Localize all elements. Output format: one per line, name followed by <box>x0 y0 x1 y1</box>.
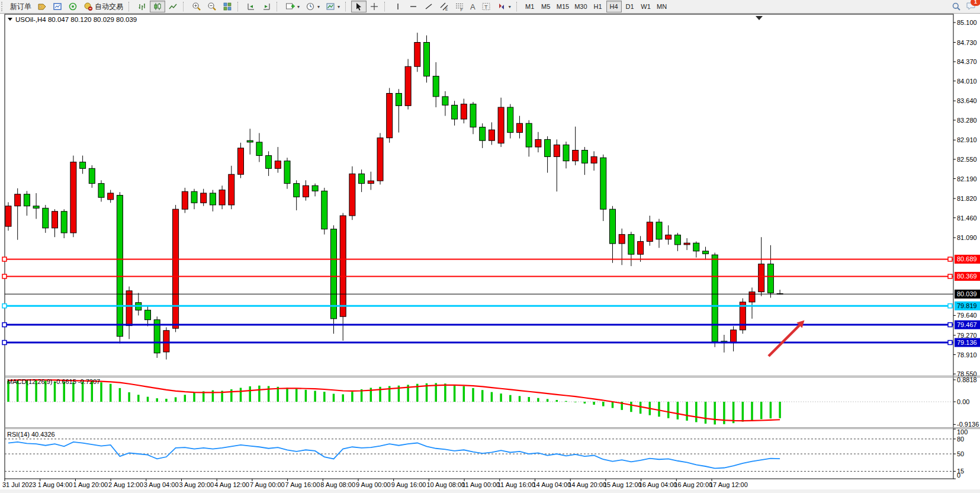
date-label: 1 Aug 04:00 <box>38 481 73 488</box>
date-label: 1 Aug 20:00 <box>73 481 108 488</box>
notification-badge: 1 <box>971 0 980 6</box>
new-chart-button[interactable]: ▾ <box>282 1 303 12</box>
market-watch-button[interactable] <box>34 1 50 12</box>
chevron-down-icon: ▾ <box>338 4 340 9</box>
crosshair-button[interactable] <box>367 1 382 12</box>
arrows-tool[interactable]: ▾ <box>494 1 514 12</box>
candle-down <box>359 174 365 183</box>
period-button[interactable]: ▾ <box>303 1 323 12</box>
line-chart-button[interactable] <box>165 1 181 12</box>
terminal-button[interactable] <box>50 1 65 12</box>
zoom-out-button[interactable] <box>204 1 220 12</box>
time-scale[interactable]: 31 Jul 20231 Aug 04:001 Aug 20:002 Aug 1… <box>2 479 748 488</box>
signals-button[interactable] <box>65 1 81 12</box>
date-label: 14 Aug 20:00 <box>568 481 606 488</box>
rsi-tick-label: 50 <box>957 450 964 457</box>
candle-down <box>610 209 616 244</box>
candle-down <box>266 156 272 169</box>
date-label: 7 Aug 16:00 <box>285 481 320 488</box>
fibonacci-icon: F <box>455 2 464 11</box>
candlestick-chart-button[interactable] <box>150 1 165 12</box>
line-chart-icon <box>168 2 178 11</box>
price-badge-label: 80.369 <box>957 273 977 280</box>
candle-up <box>461 104 467 119</box>
candle-down <box>61 212 67 233</box>
candle-down <box>545 139 551 156</box>
timeframe-mn[interactable]: MN <box>654 1 670 12</box>
bar-chart-button[interactable] <box>134 1 150 12</box>
auto-scroll-button[interactable] <box>243 1 259 12</box>
candle-up <box>731 330 737 343</box>
candle-down <box>33 206 39 209</box>
toolbar-grip <box>1 2 5 11</box>
text-tool[interactable]: A <box>467 1 478 12</box>
candle-down <box>526 123 532 147</box>
date-label: 9 Aug 00:00 <box>356 481 391 488</box>
timeframe-h1[interactable]: H1 <box>590 1 606 12</box>
candle-up <box>498 107 504 143</box>
timeframe-m30[interactable]: M30 <box>572 1 589 12</box>
search-icon[interactable] <box>952 2 961 11</box>
svg-text:T: T <box>484 4 488 10</box>
price-tick-label: 79.640 <box>957 312 977 319</box>
zoom-in-icon <box>192 2 201 11</box>
candle-up <box>517 123 523 132</box>
date-label: 17 Aug 12:00 <box>709 481 748 488</box>
timeframe-m5[interactable]: M5 <box>538 1 554 12</box>
tile-windows-button[interactable] <box>220 1 235 12</box>
candle-up <box>647 222 653 242</box>
macd-label: MACD(12,26,9) -0.6615 -0.7207 <box>7 378 100 385</box>
templates-button[interactable]: ▾ <box>323 1 343 12</box>
price-tick-label: 79.270 <box>957 332 977 339</box>
chevron-down-icon: ▾ <box>509 4 511 9</box>
timeframe-m1[interactable]: M1 <box>522 1 538 12</box>
candle-down <box>703 251 709 254</box>
svg-text:F: F <box>461 8 463 12</box>
chart-shift-button[interactable] <box>259 1 274 12</box>
trendline-tool[interactable] <box>421 1 436 12</box>
timeframe-m15[interactable]: M15 <box>554 1 571 12</box>
candle-up <box>182 191 188 209</box>
zoom-in-button[interactable] <box>189 1 204 12</box>
text-label-tool[interactable]: T <box>478 1 494 12</box>
line-handle <box>2 304 7 308</box>
candle-down <box>581 151 587 164</box>
candle-down <box>210 193 216 205</box>
clock-icon <box>306 2 315 11</box>
fibonacci-tool[interactable]: F <box>452 1 467 12</box>
price-tick-label: 82.190 <box>957 175 977 183</box>
chart-title: USOil-,H4 80.047 80.120 80.029 80.039 <box>15 16 137 23</box>
candle-down <box>145 310 151 319</box>
vertical-line-tool[interactable] <box>390 1 406 12</box>
price-tick-label: 83.640 <box>957 97 977 104</box>
auto-trading-button[interactable]: 自动交易 <box>81 1 126 12</box>
candle-down <box>767 264 773 293</box>
date-label: 10 Aug 08:00 <box>426 481 465 488</box>
candle-down <box>600 158 606 209</box>
macd-tick-label: -0.9136 <box>957 421 979 428</box>
horizontal-line-tool[interactable] <box>406 1 421 12</box>
line-handle <box>2 323 7 327</box>
price-tick-label: 82.550 <box>957 156 977 163</box>
price-tick-label: 85.100 <box>957 19 977 26</box>
chart-area[interactable]: 85.10084.73084.37084.01083.64083.28082.9… <box>0 13 980 493</box>
candle-down <box>191 191 197 203</box>
candle-down <box>712 255 718 342</box>
cursor-arrow-icon <box>354 2 364 11</box>
new-order-button[interactable]: 新订单 <box>7 1 34 12</box>
candle-up <box>377 138 383 181</box>
line-handle <box>948 257 952 261</box>
timeframe-d1[interactable]: D1 <box>622 1 638 12</box>
candle-up <box>759 264 764 292</box>
candle-up <box>554 145 560 156</box>
cursor-button[interactable] <box>351 1 367 12</box>
notifications-button[interactable]: 1 <box>966 1 976 12</box>
date-label: 31 Jul 2023 <box>2 481 36 488</box>
timeframe-h4[interactable]: H4 <box>606 1 622 12</box>
timeframe-w1[interactable]: W1 <box>638 1 654 12</box>
channel-tool[interactable]: E <box>436 1 452 12</box>
macd-tick-label: 0.8818 <box>957 376 977 383</box>
separator <box>516 2 520 11</box>
candle-up <box>489 130 494 140</box>
candle-up <box>535 139 541 147</box>
